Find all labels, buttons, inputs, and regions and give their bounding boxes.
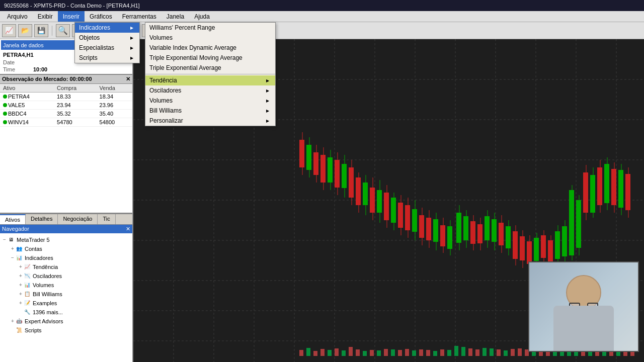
mw-ask-bbdc4: 35.40: [97, 110, 132, 118]
mw-dot-petra4: [3, 95, 7, 99]
toolbar-new-chart[interactable]: 📈: [2, 24, 16, 37]
toolbar-open[interactable]: 📂: [18, 24, 32, 37]
submenu-tendencia[interactable]: Tendência ▶: [145, 75, 275, 85]
nav-volumes[interactable]: + 📊 Volumes: [2, 281, 130, 290]
mw-row-vale5[interactable]: VALE5 23.94 23.96: [0, 101, 132, 110]
svg-rect-34: [342, 164, 347, 188]
market-watch-header: Observação do Mercado: 00:00:00 ✕: [0, 75, 132, 84]
submenu-billwilliams[interactable]: Bill Williams ▶: [145, 106, 275, 116]
menu-janela[interactable]: Janela: [162, 11, 189, 22]
mw-col-venda: Venda: [97, 84, 132, 93]
nav-scripts[interactable]: 📜 Scripts: [2, 326, 130, 335]
market-watch-table: Ativo Compra Venda PETRA4 18.33 18.34 VA…: [0, 84, 132, 127]
svg-rect-122: [299, 350, 303, 356]
nav-billwilliams-label: Bill Williams: [33, 291, 62, 297]
svg-rect-84: [520, 236, 525, 260]
svg-rect-106: [597, 167, 602, 205]
mw-symbol-vale5: VALE5: [8, 102, 25, 108]
nav-metatrader5-label: MetaTrader 5: [17, 237, 50, 243]
market-watch-close[interactable]: ✕: [126, 76, 130, 82]
submenu-personalizar[interactable]: Personalizar ▶: [145, 116, 275, 126]
nav-expertadvisors[interactable]: + 🤖 Expert Advisors: [2, 317, 130, 326]
menu-popup-scripts[interactable]: Scripts ▶: [75, 53, 139, 63]
mw-row-winv14[interactable]: WINV14 54780 54800: [0, 118, 132, 127]
submenu-tea[interactable]: Triple Exponential Average: [145, 63, 275, 73]
menu-ajuda[interactable]: Ajuda: [189, 11, 215, 22]
submenu-tema[interactable]: Triple Exponential Moving Average: [145, 53, 275, 63]
svg-rect-137: [405, 349, 409, 356]
menu-inserir[interactable]: Inserir: [58, 11, 85, 22]
nav-tendencia[interactable]: + 📈 Tendência: [2, 262, 130, 272]
nav-indicadores[interactable]: − 📊 Indicadores: [2, 253, 130, 262]
svg-rect-36: [349, 167, 354, 198]
mw-row-bbdc4[interactable]: BBDC4 35.32 35.40: [0, 110, 132, 118]
svg-rect-94: [555, 231, 560, 259]
nav-osciladores[interactable]: + 📉 Osciladores: [2, 272, 130, 281]
mw-ask-petra4: 18.34: [97, 93, 132, 101]
svg-rect-114: [625, 174, 630, 210]
svg-rect-108: [604, 164, 609, 203]
tab-detalhes[interactable]: Detalhes: [26, 214, 58, 224]
navigator-title: Navegador: [2, 226, 29, 232]
submenu-volumes[interactable]: Volumes: [145, 33, 275, 43]
svg-rect-129: [349, 347, 353, 356]
mw-symbol-bbdc4: BBDC4: [8, 111, 27, 117]
person-head: [566, 275, 601, 310]
svg-rect-90: [541, 235, 546, 258]
mw-symbol-winv14: WINV14: [8, 119, 29, 125]
svg-rect-82: [513, 231, 518, 259]
toolbar-zoom-in[interactable]: 🔍: [56, 24, 70, 37]
data-window-title: Janela de dados: [3, 42, 44, 48]
navigator-close[interactable]: ✕: [126, 226, 130, 232]
svg-rect-146: [468, 348, 472, 356]
nav-metatrader5[interactable]: − 🖥 MetaTrader 5: [2, 235, 130, 244]
toolbar-save[interactable]: 💾: [34, 24, 48, 37]
title-text: 90255068 - XPMT5-PRD - Conta Demo - [PET…: [4, 3, 140, 9]
svg-rect-46: [384, 193, 389, 220]
svg-rect-144: [454, 346, 458, 356]
submenu-williams[interactable]: Williams' Percent Range: [145, 23, 275, 33]
svg-rect-151: [504, 350, 508, 356]
tab-ativos[interactable]: Ativos: [0, 214, 26, 224]
title-bar: 90255068 - XPMT5-PRD - Conta Demo - [PET…: [0, 0, 644, 11]
svg-rect-148: [482, 348, 487, 356]
nav-billwilliams[interactable]: + 📋 Bill Williams: [2, 290, 130, 299]
svg-rect-150: [497, 349, 501, 356]
svg-rect-78: [499, 223, 504, 245]
mw-dot-bbdc4: [3, 112, 7, 116]
svg-rect-130: [356, 349, 360, 356]
menu-inserir-popup: Indicadores ▶ Objetos ▶ Especialistas ▶ …: [74, 22, 140, 63]
svg-rect-124: [313, 351, 317, 356]
menu-exibir[interactable]: Exibir: [33, 11, 58, 22]
tab-negociacao[interactable]: Negociação: [58, 214, 98, 224]
mw-bid-winv14: 54780: [54, 118, 96, 127]
svg-rect-62: [440, 225, 445, 246]
menu-popup-indicadores[interactable]: Indicadores ▶: [75, 23, 139, 33]
mw-ask-vale5: 23.96: [97, 101, 132, 110]
svg-rect-76: [492, 219, 497, 242]
menu-popup-objetos[interactable]: Objetos ▶: [75, 33, 139, 43]
mw-bid-petra4: 18.33: [54, 93, 96, 101]
nav-examples[interactable]: + 📝 Examples: [2, 299, 130, 308]
svg-rect-22: [299, 140, 304, 167]
nav-tendencia-label: Tendência: [33, 264, 58, 270]
menu-graficos[interactable]: Gráficos: [85, 11, 117, 22]
mw-bid-vale5: 23.94: [54, 101, 96, 110]
menu-popup-especialistas[interactable]: Especialistas ▶: [75, 43, 139, 53]
menu-arquivo[interactable]: Arquivo: [2, 11, 33, 22]
submenu-osciladores[interactable]: Osciladores ▶: [145, 85, 275, 96]
svg-rect-145: [461, 347, 465, 356]
mw-row-petra4[interactable]: PETRA4 18.33 18.34: [0, 93, 132, 101]
nav-mais[interactable]: 🔧 1396 mais...: [2, 308, 130, 317]
nav-contas[interactable]: + 👥 Contas: [2, 244, 130, 253]
svg-rect-52: [405, 205, 410, 230]
submenu-volumes2[interactable]: Volumes ▶: [145, 96, 275, 106]
svg-rect-100: [576, 200, 581, 248]
svg-rect-88: [534, 238, 539, 261]
menu-ferramentas[interactable]: Ferramentas: [117, 11, 162, 22]
svg-rect-152: [511, 349, 515, 356]
toolbar-sep-1: [52, 26, 52, 36]
tab-tic[interactable]: Tic: [98, 214, 115, 224]
svg-rect-125: [320, 349, 325, 356]
submenu-vida[interactable]: Variable Index Dynamic Average: [145, 43, 275, 53]
